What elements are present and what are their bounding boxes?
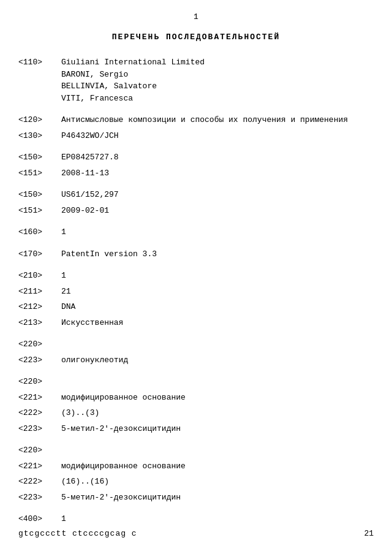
- entry-row: <223>5-метил-2'-дезоксицитидин: [18, 423, 374, 435]
- entry-tag: <110>: [18, 56, 61, 104]
- entry-value: (3)..(3): [61, 407, 374, 419]
- entry-row: <220>: [18, 376, 374, 388]
- entry-line: BARONI, Sergio: [61, 69, 374, 81]
- sequence-line: gtcgccctt ctccccgcag c 21: [18, 529, 374, 538]
- entry-line: P46432WO/JCH: [61, 130, 374, 142]
- entry-value: модифицированное основание: [61, 460, 374, 473]
- entry-row: <222>(16)..(16): [18, 476, 374, 488]
- entry-row: <222>(3)..(3): [18, 407, 374, 419]
- entry-tag: <120>: [18, 114, 61, 126]
- entry-tag: <220>: [18, 444, 61, 457]
- entries-container: <110>Giuliani International LimitedBARON…: [18, 56, 374, 525]
- entry-tag: <222>: [18, 407, 61, 419]
- page-number: 1: [18, 12, 374, 21]
- entry-row: <212>DNA: [18, 301, 374, 313]
- entry-line: 1: [61, 226, 374, 238]
- entry-line: 2009-02-01: [61, 205, 374, 217]
- entry-row: <150>EP08425727.8: [18, 151, 374, 164]
- entry-value: US61/152,297: [61, 189, 374, 201]
- entry-line: олигонуклеотид: [61, 354, 374, 367]
- entry-line: (16)..(16): [61, 476, 374, 488]
- entry-line: Giuliani International Limited: [61, 56, 374, 69]
- entry-value: Антисмысловые композиции и способы их по…: [61, 114, 374, 126]
- entry-value: DNA: [61, 301, 374, 313]
- entry-line: BELLINVIA, Salvatore: [61, 80, 374, 93]
- entry-line: EP08425727.8: [61, 151, 374, 164]
- entry-value: олигонуклеотид: [61, 354, 374, 367]
- page-title: ПЕРЕЧЕНЬ ПОСЛЕДОВАТЕЛЬНОСТЕЙ: [18, 32, 374, 42]
- entry-value: PatentIn version 3.3: [61, 248, 374, 260]
- entry-tag: <220>: [18, 338, 61, 351]
- entry-line: 1: [61, 513, 374, 525]
- entry-line: DNA: [61, 301, 374, 313]
- entry-row: <221>модифицированное основание: [18, 392, 374, 404]
- entry-row: <170>PatentIn version 3.3: [18, 248, 374, 260]
- entry-row: <223>5-метил-2'-дезоксицитидин: [18, 492, 374, 504]
- entry-tag: <150>: [18, 151, 61, 164]
- entry-row: <220>: [18, 338, 374, 351]
- entry-line: (3)..(3): [61, 407, 374, 419]
- entry-tag: <150>: [18, 189, 61, 201]
- entry-tag: <223>: [18, 423, 61, 435]
- entry-line: 5-метил-2'-дезоксицитидин: [61, 492, 374, 504]
- entry-value: (16)..(16): [61, 476, 374, 488]
- entry-line: Антисмысловые композиции и способы их по…: [61, 114, 374, 126]
- entry-row: <220>: [18, 444, 374, 457]
- entry-row: <223>олигонуклеотид: [18, 354, 374, 367]
- entry-line: VITI, Francesca: [61, 93, 374, 105]
- entry-tag: <210>: [18, 270, 61, 282]
- entry-value: модифицированное основание: [61, 392, 374, 404]
- entry-tag: <223>: [18, 354, 61, 367]
- entry-line: US61/152,297: [61, 189, 374, 201]
- entry-row: <151>2008-11-13: [18, 167, 374, 180]
- entry-value: 5-метил-2'-дезоксицитидин: [61, 423, 374, 435]
- entry-value: 1: [61, 270, 374, 282]
- entry-tag: <400>: [18, 513, 61, 525]
- entry-value: 21: [61, 286, 374, 298]
- entry-tag: <130>: [18, 130, 61, 142]
- entry-value: 2009-02-01: [61, 205, 374, 217]
- entry-tag: <222>: [18, 476, 61, 488]
- sequence-text: gtcgccctt ctccccgcag c: [18, 529, 137, 538]
- entry-value: 1: [61, 513, 374, 525]
- entry-tag: <221>: [18, 392, 61, 404]
- entry-value: 5-метил-2'-дезоксицитидин: [61, 492, 374, 504]
- entry-row: <130>P46432WO/JCH: [18, 130, 374, 142]
- entry-line: 5-метил-2'-дезоксицитидин: [61, 423, 374, 435]
- entry-row: <211>21: [18, 286, 374, 298]
- entry-line: модифицированное основание: [61, 392, 374, 404]
- entry-row: <400>1: [18, 513, 374, 525]
- entry-value: 1: [61, 226, 374, 238]
- entry-row: <160>1: [18, 226, 374, 238]
- entry-row: <221>модифицированное основание: [18, 460, 374, 473]
- entry-tag: <211>: [18, 286, 61, 298]
- entry-value: Искусственная: [61, 317, 374, 329]
- entry-tag: <170>: [18, 248, 61, 260]
- entry-row: <210>1: [18, 270, 374, 282]
- entry-line: 1: [61, 270, 374, 282]
- entry-line: 2008-11-13: [61, 167, 374, 180]
- entry-tag: <212>: [18, 301, 61, 313]
- entry-tag: <151>: [18, 167, 61, 180]
- entry-tag: <221>: [18, 460, 61, 473]
- entry-line: модифицированное основание: [61, 460, 374, 473]
- entry-row: <151>2009-02-01: [18, 205, 374, 217]
- entry-row: <150>US61/152,297: [18, 189, 374, 201]
- entry-tag: <151>: [18, 205, 61, 217]
- sequence-number: 21: [364, 529, 374, 538]
- entry-value: Giuliani International LimitedBARONI, Se…: [61, 56, 374, 104]
- entry-tag: <223>: [18, 492, 61, 504]
- entry-tag: <213>: [18, 317, 61, 329]
- entry-value: 2008-11-13: [61, 167, 374, 180]
- entry-tag: <160>: [18, 226, 61, 238]
- entry-value: P46432WO/JCH: [61, 130, 374, 142]
- entry-line: PatentIn version 3.3: [61, 248, 374, 260]
- entry-row: <110>Giuliani International LimitedBARON…: [18, 56, 374, 104]
- entry-line: Искусственная: [61, 317, 374, 329]
- entry-row: <213>Искусственная: [18, 317, 374, 329]
- entry-row: <120>Антисмысловые композиции и способы …: [18, 114, 374, 126]
- entry-value: EP08425727.8: [61, 151, 374, 164]
- entry-tag: <220>: [18, 376, 61, 388]
- entry-line: 21: [61, 286, 374, 298]
